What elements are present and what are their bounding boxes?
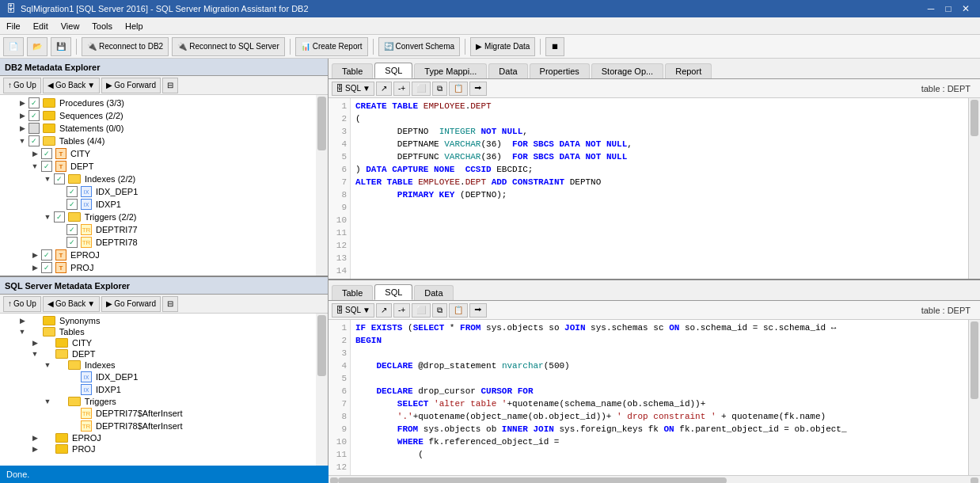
tab-table-top[interactable]: Table — [332, 63, 373, 78]
tree-checkbox[interactable] — [41, 249, 52, 261]
tree-checkbox[interactable] — [41, 148, 52, 159]
h-scrollbar-thumb[interactable] — [338, 477, 727, 484]
list-item[interactable]: TR DEPTRI78 — [2, 236, 314, 249]
tree-checkbox[interactable] — [28, 97, 40, 108]
menu-tools[interactable]: Tools — [85, 20, 119, 32]
list-item[interactable]: ▼ Triggers (2/2) — [2, 211, 314, 223]
list-item[interactable]: IX IDX_DEP1 — [2, 185, 314, 198]
db2-go-forward-button[interactable]: ▶ Go Forward — [101, 78, 161, 93]
list-item[interactable]: ▼ DEPT — [2, 348, 314, 359]
list-item[interactable]: TR DEPTRI77$AfterInsert — [2, 407, 314, 420]
db2-refresh-button[interactable]: ⊟ — [162, 78, 178, 93]
cursor-btn-top[interactable]: ↗ — [376, 82, 392, 96]
list-item[interactable]: ▶ Procedures (3/3) — [2, 97, 314, 109]
stop-button[interactable]: ⏹ — [545, 37, 564, 56]
tree-checkbox[interactable] — [66, 199, 78, 210]
bottom-code-content[interactable]: IF EXISTS (SELECT * FROM sys.objects so … — [351, 320, 968, 475]
paste-btn-bottom[interactable]: 📋 — [449, 303, 468, 318]
sql-go-forward-button[interactable]: ▶ Go Forward — [101, 296, 161, 312]
close-button[interactable]: ✕ — [958, 2, 974, 15]
list-item[interactable]: ▶ CITY — [2, 337, 314, 348]
tab-table-bottom[interactable]: Table — [332, 285, 373, 300]
tree-checkbox[interactable] — [54, 211, 65, 222]
add-btn-bottom[interactable]: -+ — [393, 303, 410, 318]
copy-btn-bottom[interactable]: ⧉ — [432, 303, 447, 318]
tree-checkbox[interactable] — [66, 224, 78, 235]
maximize-button[interactable]: □ — [940, 2, 956, 15]
save-button[interactable]: 💾 — [51, 37, 71, 56]
tree-checkbox[interactable] — [66, 237, 78, 248]
bottom-hscrollbar[interactable] — [329, 475, 980, 483]
reconnect-sql-button[interactable]: 🔌 Reconnect to SQL Server — [172, 37, 285, 56]
reconnect-db2-button[interactable]: 🔌 Reconnect to DB2 — [82, 37, 169, 56]
convert-schema-button[interactable]: 🔄 Convert Schema — [378, 37, 460, 56]
list-item[interactable]: IX IDXP1 — [2, 383, 314, 396]
tree-checkbox[interactable] — [28, 110, 40, 121]
new-button[interactable]: 📄 — [3, 37, 24, 56]
tab-sql-top[interactable]: SQL — [374, 63, 412, 78]
list-item[interactable]: ▼ Indexes — [2, 359, 314, 371]
list-item[interactable]: ▶ Synonyms — [2, 315, 314, 326]
list-item[interactable]: ▼ Triggers — [2, 396, 314, 407]
list-item[interactable]: IX IDX_DEP1 — [2, 371, 314, 383]
top-code-area[interactable]: 1234567891011121314 CREATE TABLE EMPLOYE… — [329, 98, 968, 279]
sql-go-up-button[interactable]: ↑ Go Up — [3, 296, 41, 312]
create-report-button[interactable]: 📊 Create Report — [295, 37, 368, 56]
migrate-data-button[interactable]: ▶ Migrate Data — [470, 37, 535, 56]
list-item[interactable]: ▶ EPROJ — [2, 432, 314, 443]
list-item[interactable]: ▶ PROJ — [2, 443, 314, 454]
list-item[interactable]: ▶ Statements (0/0) — [2, 122, 314, 135]
minimize-button[interactable]: ─ — [923, 2, 939, 15]
db2-go-up-button[interactable]: ↑ Go Up — [3, 78, 41, 93]
open-button[interactable]: 📂 — [27, 37, 47, 56]
list-item[interactable]: TR DEPTRI77 — [2, 223, 314, 236]
menu-file[interactable]: File — [0, 20, 27, 32]
menu-view[interactable]: View — [55, 20, 86, 32]
tab-data-bottom[interactable]: Data — [414, 285, 453, 300]
menu-help[interactable]: Help — [119, 20, 150, 32]
sql-go-back-button[interactable]: ◀ Go Back ▼ — [43, 296, 100, 312]
list-item[interactable]: ▶T PROJ — [2, 261, 314, 274]
menu-edit[interactable]: Edit — [27, 20, 55, 32]
tab-report[interactable]: Report — [665, 63, 712, 78]
tab-type-mapping[interactable]: Type Mappi... — [414, 63, 487, 78]
db2-go-back-button[interactable]: ◀ Go Back ▼ — [43, 78, 100, 93]
copy-btn-top[interactable]: ⧉ — [432, 82, 447, 96]
nav-btn-top[interactable]: ⮕ — [469, 82, 487, 96]
list-item[interactable]: ▶T EPROJ — [2, 249, 314, 261]
tab-sql-bottom[interactable]: SQL — [374, 284, 412, 300]
sql-refresh-button[interactable]: ⊟ — [162, 296, 178, 312]
sql-dropdown-top[interactable]: 🗄 SQL ▼ — [332, 82, 374, 96]
tree-checkbox[interactable] — [66, 186, 78, 197]
tab-properties[interactable]: Properties — [530, 63, 590, 78]
list-item[interactable]: IX IDXP1 — [2, 198, 314, 211]
nav-btn-bottom[interactable]: ⮕ — [469, 303, 487, 318]
list-item[interactable]: ▶ Sequences (2/2) — [2, 109, 314, 122]
tab-data-top[interactable]: Data — [488, 63, 527, 78]
add-btn-top[interactable]: -+ — [393, 82, 410, 96]
window-btn-top[interactable]: ⬜ — [412, 82, 431, 96]
list-item[interactable]: ▶T CITY — [2, 147, 314, 160]
tree-checkbox[interactable] — [28, 123, 40, 134]
top-vscrollbar[interactable] — [968, 98, 980, 279]
list-item[interactable]: ▼T DEPT — [2, 160, 314, 173]
list-item[interactable]: ▼ Tables (4/4) — [2, 135, 314, 147]
tab-storage-op[interactable]: Storage Op... — [591, 63, 663, 78]
tree-checkbox[interactable] — [54, 173, 65, 184]
list-item[interactable]: ▼ Tables — [2, 326, 314, 337]
bottom-code-area[interactable]: 123456789101112 IF EXISTS (SELECT * FROM… — [329, 320, 968, 475]
window-btn-bottom[interactable]: ⬜ — [412, 303, 431, 318]
paste-btn-top[interactable]: 📋 — [449, 82, 468, 96]
list-item[interactable]: ▼ Indexes (2/2) — [2, 173, 314, 185]
sql-scrollbar[interactable] — [316, 314, 328, 466]
tree-checkbox[interactable] — [41, 262, 52, 273]
code-line: IF EXISTS (SELECT * FROM sys.objects so … — [355, 321, 963, 334]
cursor-btn-bottom[interactable]: ↗ — [376, 303, 392, 318]
tree-checkbox[interactable] — [28, 135, 40, 146]
sql-dropdown-bottom[interactable]: 🗄 SQL ▼ — [332, 303, 374, 318]
bottom-vscrollbar[interactable] — [968, 320, 980, 475]
db2-scrollbar[interactable] — [316, 95, 328, 276]
list-item[interactable]: TR DEPTRI78$AfterInsert — [2, 420, 314, 432]
top-code-content[interactable]: CREATE TABLE EMPLOYEE.DEPT( DEPTNO INTEG… — [351, 98, 968, 279]
tree-checkbox[interactable] — [41, 161, 52, 172]
